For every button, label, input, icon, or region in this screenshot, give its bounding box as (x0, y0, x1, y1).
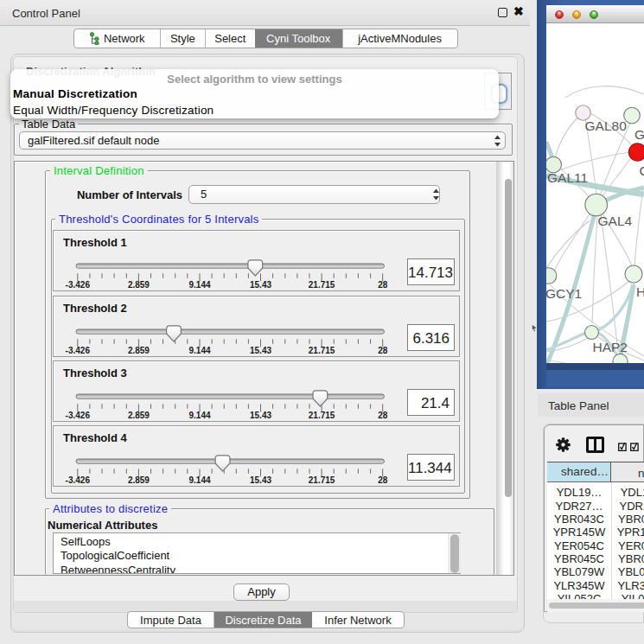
svg-text:C: C (640, 163, 644, 178)
svg-text:GAL80: GAL80 (585, 118, 628, 133)
svg-text:HAP2: HAP2 (593, 340, 628, 354)
svg-text:GA: GA (634, 127, 644, 142)
svg-text:H: H (636, 284, 644, 299)
svg-text:GAL4: GAL4 (598, 214, 633, 228)
svg-text:GAL11: GAL11 (547, 170, 588, 185)
svg-text:GCY1: GCY1 (546, 286, 582, 301)
